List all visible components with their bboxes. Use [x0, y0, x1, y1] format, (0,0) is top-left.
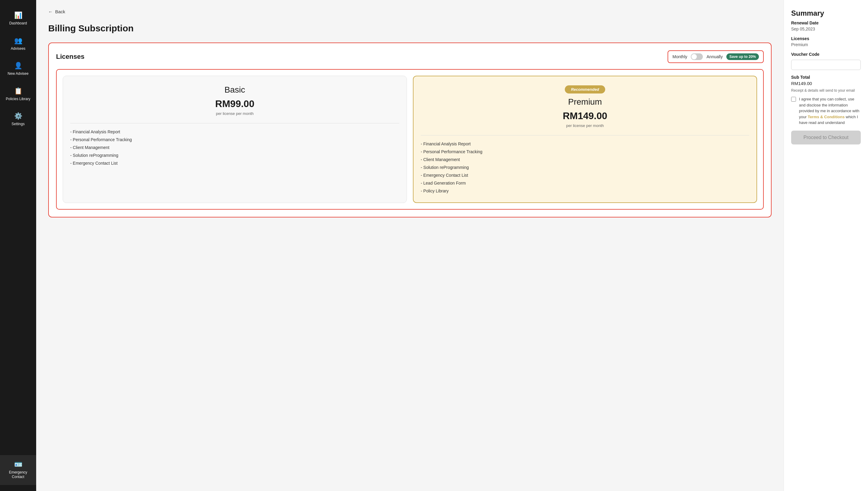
plans-grid: Basic RM99.00 per license per month - Fi… — [56, 69, 764, 210]
page-title: Billing Subscription — [48, 23, 772, 33]
terms-conditions-link[interactable]: Terms & Conditions — [808, 115, 845, 119]
recommended-badge: Recommended — [565, 85, 605, 93]
sidebar-item-emergency-contact[interactable]: 🪪 Emergency Contact — [0, 455, 36, 485]
premium-feature-5: - Emergency Contact List — [421, 173, 749, 178]
back-arrow-icon: ← — [48, 9, 53, 14]
premium-plan-features: - Financial Analysis Report - Personal P… — [421, 141, 749, 193]
sidebar-item-label: Dashboard — [9, 21, 27, 26]
basic-plan-features: - Financial Analysis Report - Personal P… — [70, 129, 399, 166]
basic-plan-divider — [70, 123, 399, 123]
premium-feature-4: - Solution reProgramming — [421, 165, 749, 170]
consent-text: I agree that you can collect, use and di… — [799, 96, 861, 126]
sidebar-item-dashboard[interactable]: 📊 Dashboard — [0, 6, 36, 31]
monthly-label: Monthly — [673, 54, 687, 59]
basic-feature-4: - Solution reProgramming — [70, 153, 399, 158]
summary-panel: Summary Renewal Date Sep 05,2023 License… — [784, 0, 868, 491]
consent-checkbox[interactable] — [791, 97, 796, 102]
billing-toggle[interactable] — [691, 53, 703, 60]
basic-feature-2: - Personal Performance Tracking — [70, 137, 399, 142]
summary-title: Summary — [791, 9, 861, 18]
premium-plan-name: Premium — [421, 97, 749, 107]
settings-icon: ⚙️ — [14, 112, 22, 120]
licenses-card: Licenses Monthly Annually Save up to 20%… — [48, 42, 772, 218]
basic-feature-5: - Emergency Contact List — [70, 161, 399, 166]
basic-plan-period: per license per month — [70, 111, 399, 116]
sidebar-item-policies-library[interactable]: 📋 Policies Library — [0, 82, 36, 107]
premium-feature-2: - Personal Performance Tracking — [421, 149, 749, 154]
voucher-label: Voucher Code — [791, 52, 861, 57]
premium-plan-price: RM149.00 — [421, 110, 749, 121]
premium-plan-period: per license per month — [421, 123, 749, 128]
basic-plan-price: RM99.00 — [70, 98, 399, 110]
sidebar: 📊 Dashboard 👥 Advisees 👤 New Advisee 📋 P… — [0, 0, 36, 491]
premium-feature-6: - Lead Generation Form — [421, 181, 749, 185]
advisees-icon: 👥 — [14, 37, 22, 45]
sidebar-item-label: Emergency Contact — [3, 470, 33, 480]
sidebar-item-label: Settings — [11, 122, 24, 127]
sidebar-item-advisees[interactable]: 👥 Advisees — [0, 31, 36, 57]
policies-icon: 📋 — [14, 87, 22, 95]
premium-plan-card[interactable]: Recommended Premium RM149.00 per license… — [413, 76, 757, 203]
licenses-title: Licenses — [56, 53, 84, 61]
premium-feature-1: - Financial Analysis Report — [421, 141, 749, 146]
checkout-button[interactable]: Proceed to Checkout — [791, 131, 861, 144]
main-area: ← Back Billing Subscription Licenses Mon… — [36, 0, 784, 491]
renewal-date-label: Renewal Date — [791, 21, 861, 25]
dashboard-icon: 📊 — [14, 11, 22, 19]
sidebar-item-settings[interactable]: ⚙️ Settings — [0, 107, 36, 132]
subtotal-value: RM149.00 — [791, 81, 861, 86]
back-button[interactable]: ← Back — [48, 9, 65, 14]
basic-plan-card[interactable]: Basic RM99.00 per license per month - Fi… — [63, 76, 407, 203]
renewal-date-value: Sep 05,2023 — [791, 27, 861, 31]
premium-feature-3: - Client Management — [421, 157, 749, 162]
premium-plan-divider — [421, 135, 749, 136]
licenses-summary-value: Premium — [791, 42, 861, 47]
renewal-date-field: Renewal Date Sep 05,2023 — [791, 21, 861, 31]
sidebar-item-new-advisee[interactable]: 👤 New Advisee — [0, 56, 36, 82]
content-wrapper: ← Back Billing Subscription Licenses Mon… — [36, 0, 868, 491]
licenses-summary-label: Licenses — [791, 36, 861, 41]
new-advisee-icon: 👤 — [14, 62, 22, 70]
back-label: Back — [55, 9, 65, 14]
premium-feature-7: - Policy Library — [421, 189, 749, 193]
voucher-field: Voucher Code — [791, 52, 861, 70]
sidebar-item-label: New Advisee — [7, 71, 28, 76]
basic-feature-3: - Client Management — [70, 145, 399, 150]
licenses-header: Licenses Monthly Annually Save up to 20% — [56, 50, 764, 63]
licenses-field: Licenses Premium — [791, 36, 861, 47]
billing-toggle-box: Monthly Annually Save up to 20% — [668, 50, 764, 63]
sidebar-item-label: Policies Library — [6, 97, 30, 102]
sidebar-item-label: Advisees — [11, 47, 26, 51]
basic-feature-1: - Financial Analysis Report — [70, 129, 399, 134]
subtotal-label: Sub Total — [791, 75, 861, 80]
subtotal-field: Sub Total RM149.00 — [791, 75, 861, 86]
voucher-input[interactable] — [791, 60, 861, 70]
emergency-contact-icon: 🪪 — [14, 461, 22, 468]
receipt-note: Receipt & details will send to your emai… — [791, 88, 861, 93]
consent-row: I agree that you can collect, use and di… — [791, 96, 861, 126]
annually-label: Annually — [707, 54, 723, 59]
basic-plan-name: Basic — [70, 85, 399, 95]
save-badge: Save up to 20% — [726, 53, 759, 60]
